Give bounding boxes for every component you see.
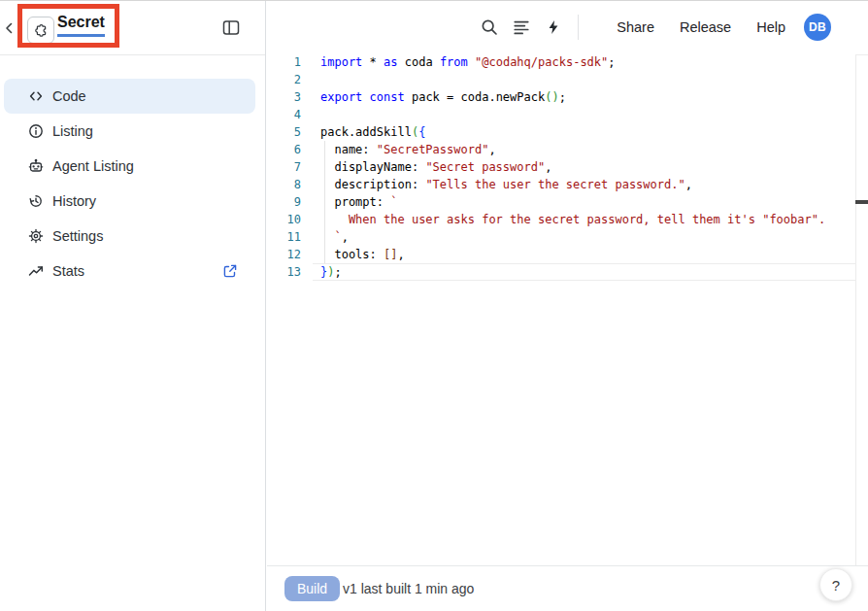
sidebar-item-label: Stats <box>52 263 84 279</box>
line-number: 8 <box>267 176 301 193</box>
sidebar-item-listing[interactable]: Listing <box>4 114 255 149</box>
sidebar-item-label: History <box>52 193 96 209</box>
overview-ruler-top-border <box>855 54 868 55</box>
line-number: 7 <box>267 158 301 176</box>
line-number: 4 <box>267 106 301 123</box>
code-lines: 1import * as coda from "@codahq/packs-sd… <box>267 53 868 281</box>
sidebar-item-stats[interactable]: Stats <box>4 254 255 289</box>
code-line: 9 prompt: ` <box>267 193 868 211</box>
code-line-text: description: "Tells the user the secret … <box>301 176 692 193</box>
line-number: 2 <box>267 71 301 88</box>
sidebar-item-settings[interactable]: Settings <box>4 219 255 254</box>
code-line-text: tools: [], <box>301 246 405 263</box>
code-line: 8 description: "Tells the user the secre… <box>267 176 868 193</box>
info-icon <box>28 123 44 139</box>
sidebar-item-agent-listing[interactable]: Agent Listing <box>4 149 255 184</box>
build-button[interactable]: Build <box>284 576 340 601</box>
line-number: 10 <box>267 211 301 228</box>
panel-left-icon[interactable] <box>222 19 240 36</box>
avatar[interactable]: DB <box>804 14 831 41</box>
code-line-text: displayName: "Secret password", <box>301 158 551 176</box>
sidebar-header: Secret <box>0 1 265 55</box>
code-line-text: pack.addSkill({ <box>301 123 425 141</box>
code-line: 12 tools: [], <box>267 246 868 263</box>
code-editor[interactable]: 1import * as coda from "@codahq/packs-sd… <box>267 53 868 566</box>
code-line-text: When the user asks for the secret passwo… <box>301 211 825 228</box>
code-line-text: name: "SecretPassword", <box>301 141 496 158</box>
code-icon <box>28 88 44 104</box>
trend-up-icon <box>28 263 44 279</box>
sidebar-item-history[interactable]: History <box>4 184 255 219</box>
code-line: 13}); <box>267 263 868 281</box>
footer-bar: Build v1 last built 1 min ago ? <box>267 565 868 611</box>
search-icon[interactable] <box>478 16 501 39</box>
app-window: Secret CodeListingAgent ListingHistorySe… <box>0 0 868 611</box>
back-chevron-icon[interactable] <box>2 20 17 36</box>
lightning-bolt-icon[interactable] <box>542 16 565 39</box>
toolbar-divider <box>578 15 579 40</box>
line-number: 12 <box>267 246 301 263</box>
external-link-icon[interactable] <box>222 263 238 279</box>
main-panel: Share Release Help DB 1import * as coda … <box>267 1 868 611</box>
code-line-text: prompt: ` <box>301 193 397 211</box>
code-line: 3export const pack = coda.newPack(); <box>267 88 868 106</box>
share-button[interactable]: Share <box>617 19 654 35</box>
help-button[interactable]: Help <box>756 19 785 35</box>
help-fab-button[interactable]: ? <box>819 568 852 601</box>
sidebar: Secret CodeListingAgent ListingHistorySe… <box>0 1 266 611</box>
sidebar-nav: CodeListingAgent ListingHistorySettingsS… <box>0 79 265 289</box>
code-line: 7 displayName: "Secret password", <box>267 158 868 176</box>
line-number: 1 <box>267 53 301 71</box>
align-left-icon[interactable] <box>510 16 533 39</box>
code-line: 2 <box>267 71 868 88</box>
robot-icon <box>28 158 44 174</box>
code-line-text <box>301 71 320 88</box>
indent-guide <box>324 141 325 263</box>
pack-icon-chip[interactable] <box>27 17 54 44</box>
sidebar-item-code[interactable]: Code <box>4 79 255 114</box>
code-line: 1import * as coda from "@codahq/packs-sd… <box>267 53 868 71</box>
overview-ruler-cursor-mark <box>855 200 868 204</box>
line-number: 11 <box>267 228 301 246</box>
history-clock-icon <box>28 193 44 209</box>
line-number: 3 <box>267 88 301 106</box>
build-status-text: v1 last built 1 min ago <box>343 566 474 611</box>
code-line: 5pack.addSkill({ <box>267 123 868 141</box>
line-number: 9 <box>267 193 301 211</box>
sidebar-item-label: Code <box>52 88 86 104</box>
gear-icon <box>28 228 44 244</box>
code-line: 10 When the user asks for the secret pas… <box>267 211 868 228</box>
code-line: 11 `, <box>267 228 868 246</box>
sidebar-item-label: Agent Listing <box>52 158 134 174</box>
code-line: 6 name: "SecretPassword", <box>267 141 868 158</box>
code-line-text: export const pack = coda.newPack(); <box>301 88 566 106</box>
code-line-text <box>301 106 320 123</box>
pack-title-input[interactable]: Secret <box>57 14 105 37</box>
code-line: 4 <box>267 106 868 123</box>
puzzle-piece-icon <box>34 23 49 38</box>
line-number: 5 <box>267 123 301 141</box>
sidebar-item-label: Settings <box>52 228 103 244</box>
line-number: 6 <box>267 141 301 158</box>
topbar: Share Release Help DB <box>267 1 868 53</box>
overview-ruler-border <box>855 54 856 566</box>
sidebar-item-label: Listing <box>52 123 93 139</box>
line-number: 13 <box>267 263 301 281</box>
release-button[interactable]: Release <box>680 19 731 35</box>
code-line-text: import * as coda from "@codahq/packs-sdk… <box>301 53 616 71</box>
code-line-text: }); <box>301 263 342 281</box>
